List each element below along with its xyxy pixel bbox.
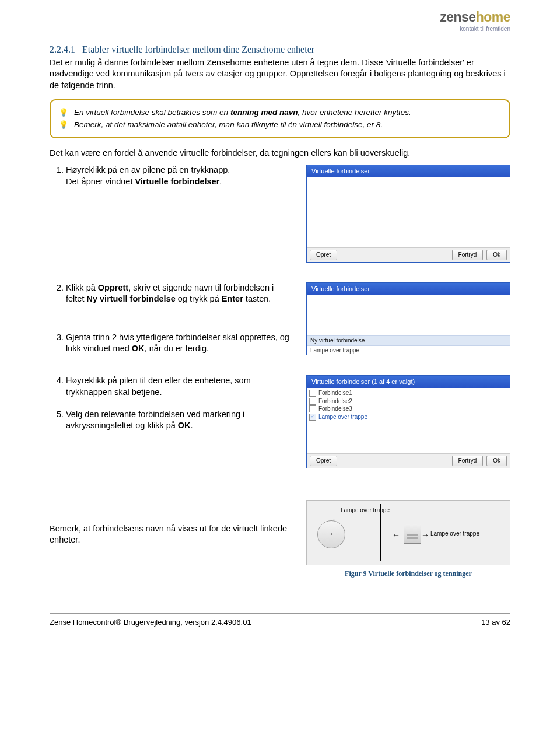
- final-paragraph: Bemerk, at forbindelsens navn nå vises u…: [50, 523, 293, 546]
- brand-right: home: [476, 9, 510, 25]
- window-virtual-3: Virtuelle forbindelser (1 af 4 er valgt)…: [306, 375, 510, 468]
- tip-2: Bemerk, at det maksimale antall enheter,…: [74, 120, 383, 130]
- fortryd-button[interactable]: Fortryd: [452, 456, 484, 466]
- window-virtual-1: Virtuelle forbindelser Opret Fortryd Ok: [306, 165, 510, 262]
- checkbox-row-1[interactable]: Forbindelse1: [307, 389, 510, 397]
- bulb-icon: 💡: [59, 107, 68, 118]
- opret-button[interactable]: Opret: [310, 456, 337, 466]
- socket-icon: [404, 524, 421, 544]
- para-2: Det kan være en fordel å anvende virtuel…: [50, 148, 510, 159]
- step-5: Velg den relevante forbindelsen ved mark…: [66, 409, 293, 432]
- bulb-icon: 💡: [59, 120, 68, 130]
- window-virtual-2: Virtuelle forbindelser Ny virtuel forbin…: [306, 282, 510, 356]
- footer-right: 13 av 62: [481, 617, 510, 628]
- section-heading: 2.2.4.1 Etabler virtuelle forbindelser m…: [50, 43, 510, 56]
- step-2: Klikk på Opprett, skriv et sigende navn …: [66, 282, 293, 305]
- tip-box: 💡 En virtuell forbindelse skal betraktes…: [50, 99, 510, 138]
- figure-caption: Figur 9 Virtuelle forbindelser og tennin…: [306, 569, 510, 578]
- arrow-right-icon: →: [421, 530, 429, 541]
- step-1: Høyreklikk på en av pilene på en trykkna…: [66, 165, 293, 187]
- brand-logo: zensehome kontakt til fremtiden: [440, 8, 510, 33]
- tip-1: En virtuell forbindelse skal betraktes s…: [74, 107, 411, 118]
- checkbox-row-2[interactable]: Forbindelse2: [307, 397, 510, 405]
- fortryd-button[interactable]: Fortryd: [452, 250, 484, 260]
- step-4: Høyreklikk på pilen til den eller de enh…: [66, 375, 293, 398]
- checkbox-row-3[interactable]: Forbindelse3: [307, 405, 510, 413]
- intro-paragraph: Det er mulig å danne forbindelser mellom…: [50, 57, 510, 92]
- footer-left: Zense Homecontrol® Brugervejledning, ver…: [50, 617, 251, 628]
- diagram-label-top: Lampe over trappe: [341, 506, 390, 515]
- arrow-left-icon: ←: [392, 530, 400, 541]
- list-row-new[interactable]: Ny virtuel forbindelse: [307, 335, 510, 346]
- list-row-lampe[interactable]: Lampe over trappe: [307, 346, 510, 355]
- heading-title: Etabler virtuelle forbindelser mellom di…: [82, 44, 314, 54]
- ok-button[interactable]: Ok: [487, 456, 507, 466]
- pushbutton-icon: [317, 520, 345, 548]
- step-3: Gjenta trinn 2 hvis ytterligere forbinde…: [66, 332, 293, 355]
- checkbox-row-4[interactable]: ✓Lampe over trappe: [307, 413, 510, 421]
- window-title: Virtuelle forbindelser (1 af 4 er valgt): [307, 376, 510, 388]
- diagram-label-right: Lampe over trappe: [430, 530, 480, 538]
- window-title: Virtuelle forbindelser: [307, 283, 510, 295]
- brand-tagline: kontakt til fremtiden: [440, 25, 510, 33]
- brand-left: zense: [440, 9, 475, 25]
- ok-button[interactable]: Ok: [487, 250, 507, 260]
- connection-diagram: Lampe over trappe ↓ ← → Lampe over trapp…: [306, 500, 510, 565]
- opret-button[interactable]: Opret: [310, 250, 337, 260]
- page-footer: Zense Homecontrol® Brugervejledning, ver…: [50, 613, 510, 628]
- heading-number: 2.2.4.1: [50, 44, 75, 54]
- window-title: Virtuelle forbindelser: [307, 165, 510, 177]
